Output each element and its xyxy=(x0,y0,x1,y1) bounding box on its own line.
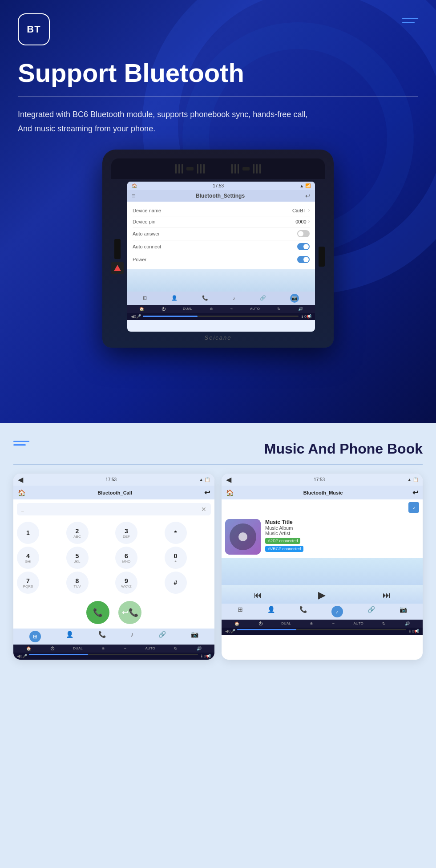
auto-connect-toggle[interactable] xyxy=(297,243,310,250)
music-info-area: Music Title Music Album Music Artist A2D… xyxy=(222,515,423,558)
icon-phone[interactable]: 📞 xyxy=(202,295,208,301)
dial-clear-btn[interactable]: ✕ xyxy=(201,506,206,513)
dial-key-4[interactable]: 4GHI xyxy=(17,547,39,569)
music-next-btn[interactable]: ⏭ xyxy=(383,591,391,600)
call-icon-phone[interactable]: 📞 xyxy=(98,631,106,642)
music-prev-btn[interactable]: ⏮ xyxy=(254,591,262,600)
call-status-bar: ◀ 17:53 ▲ 📋 xyxy=(13,474,214,486)
call-ctrl-fan[interactable]: ❄ xyxy=(101,646,105,651)
music-note-btn[interactable]: ♪ xyxy=(408,502,419,513)
vol-mic[interactable]: 🎤 xyxy=(136,314,141,319)
music-icon-grid[interactable]: ⊞ xyxy=(238,606,243,617)
call-ctrl-ac[interactable]: ~ xyxy=(124,646,126,651)
music-screen: ◀ 17:53 ▲ 📋 🏠 Bluetooth_Music ↩ ♪ xyxy=(222,474,423,660)
vol-back[interactable]: ◀ xyxy=(131,314,134,319)
call-vol-temp[interactable]: 🌡 xyxy=(200,654,204,658)
icon-music[interactable]: ♪ xyxy=(233,296,235,301)
music-ctrl-fan[interactable]: ❄ xyxy=(310,621,313,626)
music-vol-mic[interactable]: 🎤 xyxy=(230,629,235,633)
ctrl-arrow[interactable]: ↻ xyxy=(277,307,281,311)
call-back-arrow[interactable]: ↩ xyxy=(204,488,210,497)
dial-key-hash[interactable]: # xyxy=(165,572,187,594)
icon-grid[interactable]: ⊞ xyxy=(143,295,147,301)
ctrl-home[interactable]: 🏠 xyxy=(139,307,144,311)
music-vol-back[interactable]: ◀ xyxy=(225,629,228,633)
redial-button[interactable]: ↩📞 xyxy=(118,601,141,624)
icon-link[interactable]: 🔗 xyxy=(260,295,266,301)
music-icon-camera[interactable]: 📷 xyxy=(400,606,407,617)
ctrl-power[interactable]: ⏻ xyxy=(161,307,166,311)
call-back-btn[interactable]: ◀ xyxy=(18,475,23,484)
dial-key-8[interactable]: 8TUV xyxy=(66,572,89,594)
music-icon-music-active[interactable]: ♪ xyxy=(331,606,343,617)
dial-key-0[interactable]: 0+ xyxy=(165,547,187,569)
music-ctrl-dual[interactable]: DUAL xyxy=(281,621,291,626)
music-ctrl-power[interactable]: ⏻ xyxy=(258,621,262,626)
icon-camera-active[interactable]: 📷 xyxy=(290,294,299,303)
call-icon-music[interactable]: ♪ xyxy=(130,631,133,642)
music-vol-temp[interactable]: 🌡 xyxy=(408,629,412,633)
dial-key-star[interactable]: * xyxy=(165,522,187,544)
ctrl-dual[interactable]: DUAL xyxy=(183,307,192,311)
dial-key-1[interactable]: 1 xyxy=(17,522,39,544)
auto-answer-toggle[interactable] xyxy=(297,230,310,237)
dial-key-6[interactable]: 6MNO xyxy=(115,547,137,569)
call-icon-grid[interactable]: ⊞ xyxy=(29,631,41,642)
music-play-btn[interactable]: ▶ xyxy=(318,589,326,601)
call-icon-camera[interactable]: 📷 xyxy=(191,631,198,642)
ctrl-vol[interactable]: 🔊 xyxy=(298,307,303,311)
music-ctrl-auto[interactable]: AUTO xyxy=(354,621,363,626)
call-vol-back[interactable]: ◀ xyxy=(17,654,20,658)
call-icon-person[interactable]: 👤 xyxy=(66,631,73,642)
call-ctrl-auto[interactable]: AUTO xyxy=(145,646,155,651)
call-ctrl-vol[interactable]: 🔊 xyxy=(197,646,202,651)
call-nav: 🏠 Bluetooth_Call ↩ xyxy=(13,486,214,499)
call-icon-link[interactable]: 🔗 xyxy=(158,631,166,642)
screen-status-bar: 🏠 17:53 ▲ 📶 xyxy=(127,182,315,190)
dial-key-5[interactable]: 5JKL xyxy=(66,547,89,569)
vol-speaker[interactable]: 📢 xyxy=(307,314,311,319)
music-back-btn[interactable]: ◀ xyxy=(226,475,231,484)
dial-key-7[interactable]: 7PQRS xyxy=(17,572,39,594)
call-vol-mic[interactable]: 🎤 xyxy=(22,654,27,658)
music-ctrl-arrow[interactable]: ↻ xyxy=(382,621,386,626)
music-home-icon[interactable]: 🏠 xyxy=(226,489,234,496)
section-hamburger[interactable] xyxy=(13,441,29,446)
music-vol-progress[interactable] xyxy=(237,629,406,630)
call-home-icon[interactable]: 🏠 xyxy=(18,489,25,496)
dial-key-3[interactable]: 3DEF xyxy=(115,522,137,544)
ctrl-ac[interactable]: ~ xyxy=(230,307,233,311)
dial-key-2[interactable]: 2ABC xyxy=(66,522,89,544)
music-icon-phone[interactable]: 📞 xyxy=(299,606,307,617)
power-toggle[interactable] xyxy=(297,256,310,263)
dash-shell: 🏠 17:53 ▲ 📶 ≡ Bluetooth_Settings ↩ Devic… xyxy=(102,150,334,348)
call-button[interactable]: 📞 xyxy=(86,601,109,624)
music-icon-link[interactable]: 🔗 xyxy=(367,606,375,617)
vol-temp[interactable]: 🌡 xyxy=(300,314,304,319)
music-artist: Music Artist xyxy=(265,531,419,536)
music-status-bar: ◀ 17:53 ▲ 📋 xyxy=(222,474,423,486)
music-back-arrow[interactable]: ↩ xyxy=(412,488,418,497)
icon-person[interactable]: 👤 xyxy=(171,295,178,301)
dial-search[interactable]: _ ✕ xyxy=(17,503,211,515)
screen-back-btn[interactable]: ↩ xyxy=(305,192,311,199)
call-ctrl-dual[interactable]: DUAL xyxy=(73,646,82,651)
ctrl-fan[interactable]: ❄ xyxy=(210,307,213,311)
music-ctrl-ac[interactable]: ~ xyxy=(332,621,335,626)
call-ctrl-home[interactable]: 🏠 xyxy=(26,646,31,651)
hamburger-menu[interactable] xyxy=(402,13,418,23)
music-ctrl-vol[interactable]: 🔊 xyxy=(405,621,410,626)
dial-key-9[interactable]: 9WXYZ xyxy=(115,572,137,594)
call-vol-speaker[interactable]: 📢 xyxy=(206,654,211,658)
music-icon-person[interactable]: 👤 xyxy=(267,606,275,617)
vol-progress[interactable] xyxy=(143,316,299,317)
hazard-button[interactable] xyxy=(111,262,124,274)
music-vol-speaker[interactable]: 📢 xyxy=(414,629,419,633)
dash-top-vents xyxy=(111,158,325,179)
call-vol-progress[interactable] xyxy=(29,654,198,655)
music-ctrl-home[interactable]: 🏠 xyxy=(234,621,239,626)
call-ctrl-arrow[interactable]: ↻ xyxy=(174,646,178,651)
call-ctrl-power[interactable]: ⏻ xyxy=(50,646,54,651)
ctrl-auto[interactable]: AUTO xyxy=(250,307,260,311)
vent-left xyxy=(175,164,205,174)
